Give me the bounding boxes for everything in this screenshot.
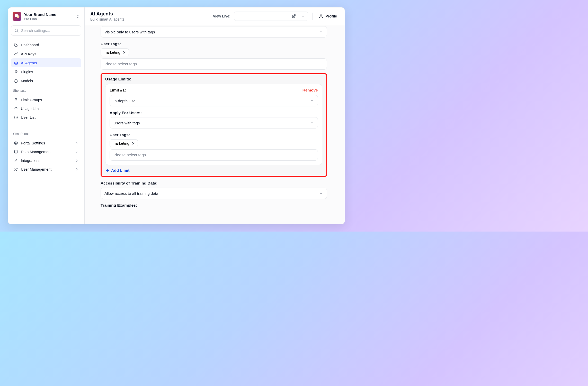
apply-for-label: Apply For Users: — [110, 111, 318, 115]
training-access-label: Accessibility of Training Data: — [101, 181, 327, 186]
svg-point-4 — [16, 63, 16, 63]
chevron-down-icon — [310, 121, 314, 125]
limit-title: Limit #1: — [110, 88, 126, 93]
main-panel: AI Agents Build smart AI agents View Liv… — [85, 7, 345, 224]
limit-card: Limit #1: Remove In-depth Use Apply For … — [105, 84, 322, 165]
sidebar-item-label: User List — [21, 115, 35, 120]
sidebar-item-user-list[interactable]: User List — [11, 113, 81, 122]
search-wrap — [11, 25, 81, 36]
select-value: In-depth Use — [113, 99, 136, 103]
sidebar-item-data-management[interactable]: Data Management — [11, 148, 81, 156]
sidebar-item-label: Limit Groups — [21, 98, 42, 102]
users-icon — [14, 167, 18, 171]
sidebar-item-label: Usage Limits — [21, 107, 42, 111]
sidebar-item-limit-groups[interactable]: Limit Groups — [11, 96, 81, 104]
sidebar-item-user-management[interactable]: User Management — [11, 165, 81, 174]
database-icon — [14, 150, 18, 154]
search-icon — [14, 28, 19, 33]
brand-switcher[interactable]: Your Brand Name Pro Plan — [11, 11, 81, 24]
tags-row-limit: marketing — [110, 139, 318, 147]
sidebar-item-label: Dashboard — [21, 43, 39, 47]
select-value: Users with tags — [113, 121, 140, 125]
view-live-label: View Live: — [213, 14, 230, 18]
bot-icon — [14, 61, 18, 65]
svg-rect-5 — [15, 80, 17, 82]
key-icon — [14, 52, 18, 56]
chevron-down-icon — [319, 191, 323, 195]
tags-input-visibility[interactable] — [101, 58, 327, 70]
nav-shortcuts: Limit Groups Usage Limits User List — [11, 94, 81, 123]
sidebar-item-label: Plugins — [21, 70, 33, 74]
clock-icon — [14, 115, 18, 120]
limit-user-tags-label: User Tags: — [110, 133, 318, 137]
usage-limits-label: Usage Limits: — [105, 77, 322, 81]
profile-button[interactable]: Profile — [317, 12, 339, 20]
chevron-right-icon — [75, 168, 79, 171]
chevron-down-icon — [319, 30, 323, 34]
sidebar-item-label: AI Agents — [21, 61, 37, 65]
sidebar-item-label: Integrations — [21, 159, 40, 163]
svg-rect-2 — [14, 62, 17, 65]
tag-text: marketing — [103, 50, 120, 54]
page-title: AI Agents — [90, 11, 124, 17]
nav-chat-portal: Portal Settings Data Management Integrat… — [11, 137, 81, 175]
apply-for-select[interactable]: Users with tags — [110, 117, 318, 128]
pin-icon — [14, 107, 18, 111]
tag-chip: marketing — [101, 48, 129, 56]
close-icon[interactable] — [131, 142, 135, 145]
nav-heading-chat-portal: Chat Portal — [11, 130, 81, 137]
sidebar-item-usage-limits[interactable]: Usage Limits — [11, 104, 81, 113]
tags-input-limit[interactable] — [110, 149, 318, 161]
svg-point-9 — [15, 168, 16, 169]
add-limit-button[interactable]: Add Limit — [105, 168, 322, 173]
content-scroll[interactable]: Visible only to users with tags User Tag… — [85, 25, 345, 224]
nav-heading-shortcuts: Shortcuts — [11, 86, 81, 94]
select-value: Allow access to all training data — [104, 191, 158, 196]
sidebar-item-dashboard[interactable]: Dashboard — [11, 40, 81, 49]
brand-logo — [13, 12, 21, 21]
sidebar-item-label: Data Management — [21, 150, 51, 154]
sidebar-item-portal-settings[interactable]: Portal Settings — [11, 139, 81, 148]
sidebar-item-api-keys[interactable]: API Keys — [11, 49, 81, 58]
brand-plan: Pro Plan — [24, 17, 73, 21]
sidebar-item-plugins[interactable]: Plugins — [11, 67, 81, 76]
select-value: Visible only to users with tags — [104, 30, 155, 34]
tag-chip: marketing — [110, 139, 138, 147]
sidebar-item-label: Models — [21, 79, 33, 83]
view-live-dropdown[interactable] — [298, 12, 308, 21]
gear-icon — [14, 141, 18, 145]
chevron-right-icon — [75, 159, 79, 162]
gauge-icon — [14, 43, 18, 47]
divider — [312, 13, 313, 20]
nav-main: Dashboard API Keys AI Agents Plugins Mod… — [11, 39, 81, 86]
page-titles: AI Agents Build smart AI agents — [90, 11, 124, 21]
svg-point-10 — [16, 168, 17, 169]
visibility-select[interactable]: Visible only to users with tags — [101, 26, 327, 38]
sidebar-item-label: User Management — [21, 167, 51, 171]
page-subtitle: Build smart AI agents — [90, 17, 124, 21]
close-icon[interactable] — [122, 51, 126, 54]
sidebar-item-integrations[interactable]: Integrations — [11, 156, 81, 165]
puzzle-icon — [14, 70, 18, 74]
topbar: AI Agents Build smart AI agents View Liv… — [85, 7, 345, 25]
brand-text: Your Brand Name Pro Plan — [24, 12, 73, 21]
chevrons-up-down-icon[interactable] — [76, 14, 80, 19]
limit-preset-select[interactable]: In-depth Use — [110, 95, 318, 106]
sidebar-item-ai-agents[interactable]: AI Agents — [11, 58, 81, 67]
training-access-select[interactable]: Allow access to all training data — [101, 188, 327, 199]
tags-row-visibility: marketing — [101, 48, 327, 56]
sidebar: Your Brand Name Pro Plan Dashboard API K… — [8, 7, 85, 224]
sidebar-item-models[interactable]: Models — [11, 76, 81, 85]
pin-icon — [14, 98, 18, 102]
chip-icon — [14, 79, 18, 83]
training-examples-label: Training Examples: — [101, 203, 327, 208]
svg-point-11 — [320, 15, 322, 16]
add-limit-label: Add Limit — [111, 168, 129, 173]
remove-limit-button[interactable]: Remove — [302, 88, 318, 93]
view-live-input[interactable] — [234, 12, 298, 21]
search-input[interactable] — [11, 25, 81, 36]
user-tags-label: User Tags: — [101, 42, 327, 46]
limit-card-header: Limit #1: Remove — [110, 88, 318, 93]
plus-icon — [105, 168, 110, 173]
view-live-group — [234, 12, 308, 21]
